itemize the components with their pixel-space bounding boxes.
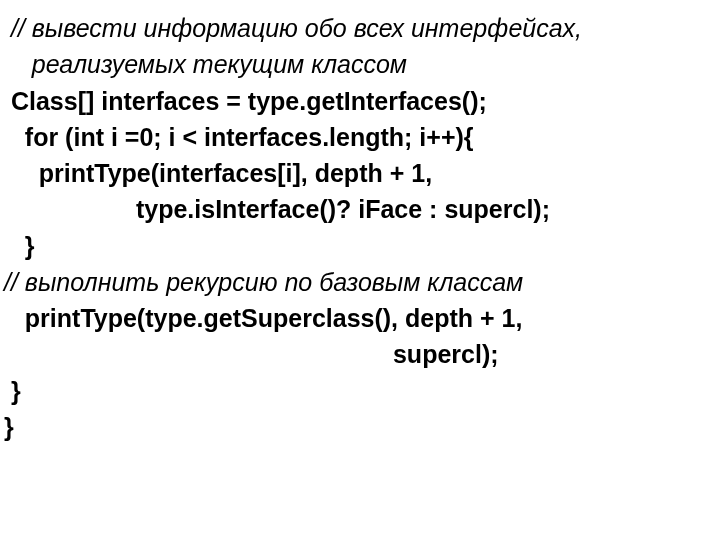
comment-line: // выполнить рекурсию по базовым классам — [4, 264, 716, 300]
code-line: printType(type.getSuperclass(), depth + … — [4, 300, 716, 336]
comment-line: реализуемых текущим классом — [4, 46, 716, 82]
code-line: Class[] interfaces = type.getInterfaces(… — [4, 83, 716, 119]
code-line: } — [4, 373, 716, 409]
code-line: supercl); — [4, 336, 716, 372]
code-line: printType(interfaces[i], depth + 1, — [4, 155, 716, 191]
comment-line: // вывести информацию обо всех интерфейс… — [4, 10, 716, 46]
code-snippet: // вывести информацию обо всех интерфейс… — [0, 0, 720, 445]
code-line: } — [4, 409, 716, 445]
code-line: for (int i =0; i < interfaces.length; i+… — [4, 119, 716, 155]
code-line: } — [4, 228, 716, 264]
code-line: type.isInterface()? iFace : supercl); — [4, 191, 716, 227]
